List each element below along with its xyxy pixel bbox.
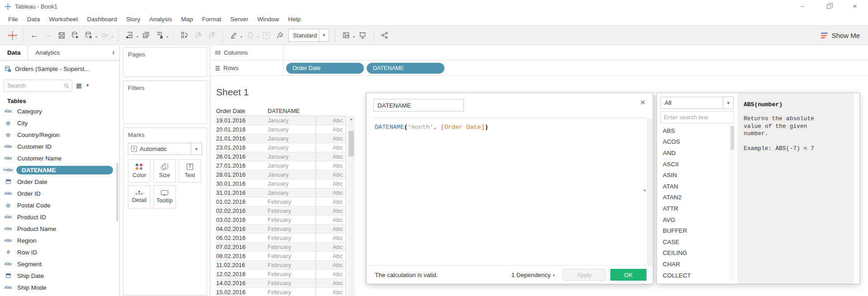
close-icon[interactable]: ✕: [842, 0, 868, 13]
row-header-month[interactable]: February: [266, 288, 316, 296]
row-header-month[interactable]: February: [266, 197, 316, 206]
tab-data[interactable]: Data: [0, 45, 28, 60]
menu-item[interactable]: Map: [176, 16, 197, 23]
formula-scrollbar[interactable]: [647, 119, 652, 265]
run-update-icon[interactable]: ⟳: [98, 28, 112, 42]
menu-item[interactable]: Analysis: [145, 16, 176, 23]
row-header-month[interactable]: January: [266, 116, 316, 125]
function-list-item[interactable]: BUFFER: [660, 225, 734, 236]
table-cell[interactable]: Abc: [316, 279, 346, 287]
table-cell[interactable]: Abc: [316, 270, 346, 278]
function-list-item[interactable]: COLLECT: [660, 270, 734, 280]
table-cell[interactable]: Abc: [316, 161, 346, 170]
table-cell[interactable]: Abc: [316, 252, 346, 260]
field-row[interactable]: Postal Code: [0, 199, 119, 211]
show-me-button[interactable]: Show Me: [821, 25, 860, 45]
field-row[interactable]: Customer Name: [0, 152, 119, 164]
pages-shelf[interactable]: Pages: [123, 47, 207, 77]
shelf-pill[interactable]: Order Date: [286, 63, 364, 74]
row-header-date[interactable]: 19.01.2016: [216, 116, 266, 125]
field-search-box[interactable]: [4, 80, 72, 92]
scrollbar-thumb[interactable]: [349, 131, 354, 156]
field-row[interactable]: Ship Date: [0, 270, 119, 282]
field-row[interactable]: Country/Region: [0, 129, 119, 141]
tooltip-button[interactable]: Tooltip: [153, 185, 176, 209]
field-row[interactable]: Product ID: [0, 211, 119, 223]
row-header-month[interactable]: February: [266, 243, 316, 251]
redo-icon[interactable]: →: [41, 28, 55, 42]
function-list-item[interactable]: ATAN: [660, 181, 734, 192]
sheet-scrollbar[interactable]: ▲: [348, 116, 355, 296]
row-header-date[interactable]: 04.02.2016: [216, 225, 266, 233]
mark-type-caret-icon[interactable]: ▼: [191, 143, 202, 155]
field-row[interactable]: Order Date: [0, 176, 119, 188]
columns-shelf[interactable]: Columns: [210, 45, 868, 61]
table-cell[interactable]: Abc: [316, 134, 346, 143]
color-button[interactable]: Color: [128, 159, 151, 183]
pause-auto-updates-caret-icon[interactable]: ▾: [95, 35, 97, 39]
row-header-month[interactable]: February: [266, 225, 316, 233]
function-search-input[interactable]: [661, 112, 733, 123]
formula-editor[interactable]: DATENAME('month', [Order Date]): [375, 124, 488, 131]
scroll-up-icon[interactable]: ▲: [348, 116, 355, 122]
function-category-select[interactable]: All ▼: [660, 97, 734, 109]
size-button[interactable]: Size: [153, 159, 176, 183]
fix-axes-icon[interactable]: [273, 28, 287, 42]
row-header-month[interactable]: February: [266, 252, 316, 260]
row-header-month[interactable]: January: [266, 161, 316, 170]
function-list-item[interactable]: ATTR: [660, 203, 734, 214]
function-list-item[interactable]: ASCII: [660, 159, 734, 170]
table-cell[interactable]: Abc: [316, 179, 346, 188]
table-cell[interactable]: Abc: [316, 125, 346, 134]
row-header-date[interactable]: 30.01.2016: [216, 179, 266, 188]
field-row[interactable]: Order ID: [0, 188, 119, 199]
table-cell[interactable]: Abc: [316, 288, 346, 296]
table-cell[interactable]: Abc: [316, 152, 346, 161]
rows-shelf[interactable]: Rows Order DateDATENAME: [210, 61, 868, 76]
ok-button[interactable]: OK: [610, 269, 646, 281]
row-header-date[interactable]: 31.01.2016: [216, 188, 266, 197]
field-row[interactable]: Customer ID: [0, 141, 119, 152]
tableau-logo-icon[interactable]: [5, 28, 19, 42]
field-options-caret-icon[interactable]: ▼: [85, 83, 90, 88]
presentation-mode-icon[interactable]: [356, 28, 369, 42]
row-header-month[interactable]: January: [266, 188, 316, 197]
row-header-date[interactable]: 28.01.2016: [216, 170, 266, 179]
field-row[interactable]: Segment: [0, 258, 119, 270]
filters-shelf[interactable]: Filters: [123, 80, 207, 124]
table-cell[interactable]: Abc: [316, 243, 346, 251]
row-header-date[interactable]: 15.02.2016: [216, 288, 266, 296]
row-header-date[interactable]: 20.01.2016: [216, 125, 266, 134]
function-category-caret-icon[interactable]: ▼: [723, 97, 733, 108]
row-header-date[interactable]: 11.02.2016: [216, 261, 266, 269]
shelf-column-divider[interactable]: [210, 45, 210, 296]
undo-icon[interactable]: ←: [28, 28, 41, 42]
menu-item[interactable]: Window: [253, 16, 283, 23]
duplicate-sheet-icon[interactable]: [139, 28, 153, 42]
view-fit-select[interactable]: Standard ▼: [288, 29, 329, 42]
field-row[interactable]: Category: [0, 105, 119, 117]
restore-icon[interactable]: [816, 0, 842, 13]
row-header-date[interactable]: 21.01.2016: [216, 134, 266, 143]
field-row[interactable]: City: [0, 117, 119, 129]
function-list-item[interactable]: CEILING: [660, 248, 734, 259]
field-row[interactable]: Ship Mode: [0, 282, 119, 293]
function-list-item[interactable]: CASE: [660, 236, 734, 248]
minimize-icon[interactable]: ─: [789, 0, 816, 13]
show-hide-cards-icon[interactable]: [340, 28, 353, 42]
share-icon[interactable]: [378, 28, 392, 42]
save-icon[interactable]: [55, 28, 68, 42]
clear-sheet-caret-icon[interactable]: ▾: [166, 35, 168, 39]
row-header-month[interactable]: February: [266, 261, 316, 269]
table-cell[interactable]: Abc: [316, 225, 346, 233]
datasource-item[interactable]: Orders (Sample - Superst...: [0, 61, 119, 77]
column-header-datename[interactable]: DATENAME: [266, 108, 316, 116]
menu-item[interactable]: Dashboard: [83, 16, 122, 23]
mark-type-select[interactable]: T Automatic ▼: [128, 143, 202, 155]
function-list-item[interactable]: ACOS: [660, 136, 734, 148]
show-mark-labels-icon[interactable]: T: [259, 28, 273, 42]
row-header-date[interactable]: 01.02.2016: [216, 197, 266, 206]
sort-ascending-icon[interactable]: [191, 28, 205, 42]
text-button[interactable]: T Text: [179, 159, 201, 183]
menu-item[interactable]: Format: [198, 16, 226, 23]
